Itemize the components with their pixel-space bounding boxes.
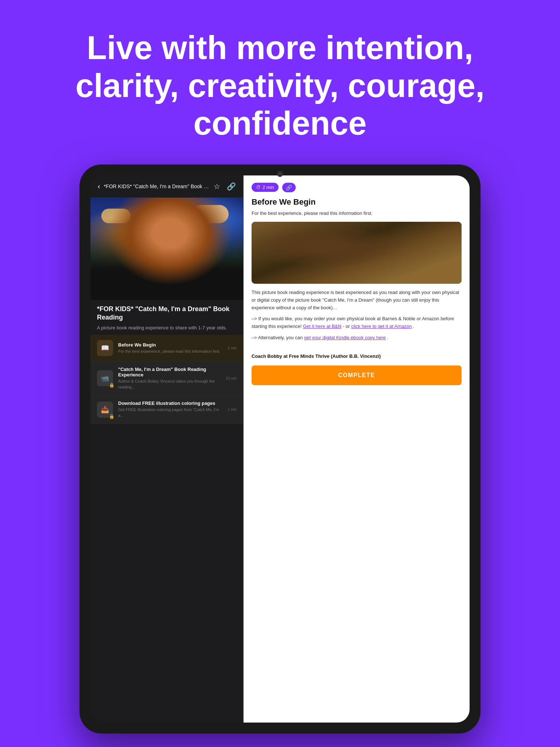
lesson-subtitle: Author & Coach Bobby Vincenzi takes you … (118, 379, 221, 390)
tablet-screen: ‹ *FOR KIDS* "Catch Me, I'm a Dream" Boo… (90, 175, 470, 723)
content-intro: For the best experience, please read thi… (244, 210, 470, 222)
star-icon[interactable]: ☆ (214, 182, 220, 191)
amazon-link[interactable]: click here to get it at Amazon (351, 324, 412, 329)
lesson-duration: 10 min (226, 376, 237, 380)
child-reading-figure (252, 222, 462, 284)
hero-line2: clarity, creativity, courage, (75, 67, 485, 104)
top-bar: ‹ *FOR KIDS* "Catch Me, I'm a Dream" Boo… (90, 175, 243, 198)
book-cover-image (90, 198, 243, 300)
tablet-frame: ‹ *FOR KIDS* "Catch Me, I'm a Dream" Boo… (79, 165, 481, 734)
book-description: A picture book reading experience to sha… (97, 325, 237, 331)
author-name: Coach Bobby at Free Minds Thrive (Author… (244, 351, 470, 360)
link-badge[interactable]: 🔗 (282, 183, 296, 192)
lesson-item[interactable]: 📥 🔒 Download FREE illustration coloring … (90, 395, 243, 424)
body-paragraph-1: This picture book reading experience is … (252, 289, 462, 311)
content-header: ⏱ 2 min 🔗 (244, 175, 470, 197)
top-bar-title: *FOR KIDS* "Catch Me, I'm a Dream" Book … (104, 183, 210, 189)
left-panel: ‹ *FOR KIDS* "Catch Me, I'm a Dream" Boo… (90, 175, 244, 723)
lesson-icon-video: 📹 🔒 (97, 370, 113, 386)
tablet-camera (277, 171, 283, 177)
lesson-icon-download: 📥 🔒 (97, 402, 113, 418)
kindle-link[interactable]: get your digital Kindle ebook copy here (304, 335, 386, 340)
connector-text: - or (343, 324, 351, 329)
lesson-name: Before We Begin (118, 342, 223, 348)
lesson-subtitle: For the best experience, please read thi… (118, 349, 223, 354)
lesson-item[interactable]: 📖 Before We Begin For the best experienc… (90, 335, 243, 361)
lesson-content: Download FREE illustration coloring page… (118, 400, 223, 418)
body-paragraph-2: –> If you would like, you may order your… (252, 315, 462, 330)
hero-line1: Live with more intention, (87, 30, 473, 66)
complete-button[interactable]: COMPLETE (252, 365, 462, 385)
cover-person (90, 198, 243, 300)
lesson-duration: 2 min (228, 346, 237, 350)
lesson-meta: 1 min (228, 407, 237, 411)
lesson-name: "Catch Me, I'm a Dream" Book Reading Exp… (118, 367, 221, 378)
top-bar-icons: ☆ 🔗 (214, 182, 236, 191)
bn-link[interactable]: Get it here at B&N (303, 324, 342, 329)
lesson-name: Download FREE illustration coloring page… (118, 400, 223, 406)
book-title: *FOR KIDS* "Catch Me, I'm a Dream" Book … (97, 305, 237, 322)
time-badge: ⏱ 2 min (252, 183, 279, 192)
lesson-item[interactable]: 📹 🔒 "Catch Me, I'm a Dream" Book Reading… (90, 361, 243, 395)
content-title: Before We Begin (244, 197, 470, 210)
right-panel: ⏱ 2 min 🔗 Before We Begin For the best e… (244, 175, 470, 723)
lesson-meta: 10 min (226, 376, 237, 380)
back-button[interactable]: ‹ (98, 182, 100, 190)
body-paragraph-3: –> Alternatively, you can get your digit… (252, 334, 462, 342)
lesson-icon-book: 📖 (97, 340, 113, 356)
lesson-content: "Catch Me, I'm a Dream" Book Reading Exp… (118, 367, 221, 390)
badge-time-label: 2 min (262, 185, 274, 190)
lesson-subtitle: Get FREE illustration coloring pages fro… (118, 407, 223, 418)
hero-headline: Live with more intention, clarity, creat… (39, 0, 521, 165)
reading-image (252, 222, 462, 284)
lesson-duration: 1 min (228, 407, 237, 411)
lesson-content: Before We Begin For the best experience,… (118, 342, 223, 354)
body3-text: –> Alternatively, you can (252, 335, 304, 340)
lesson-list: 📖 Before We Begin For the best experienc… (90, 335, 243, 722)
content-body: This picture book reading experience is … (244, 289, 470, 351)
body3-end: . (387, 335, 389, 340)
clock-icon: ⏱ (256, 185, 261, 190)
book-info: *FOR KIDS* "Catch Me, I'm a Dream" Book … (90, 300, 243, 335)
link-icon[interactable]: 🔗 (227, 182, 236, 191)
lesson-meta: 2 min (228, 346, 237, 350)
hero-line3: confidence (193, 105, 366, 142)
